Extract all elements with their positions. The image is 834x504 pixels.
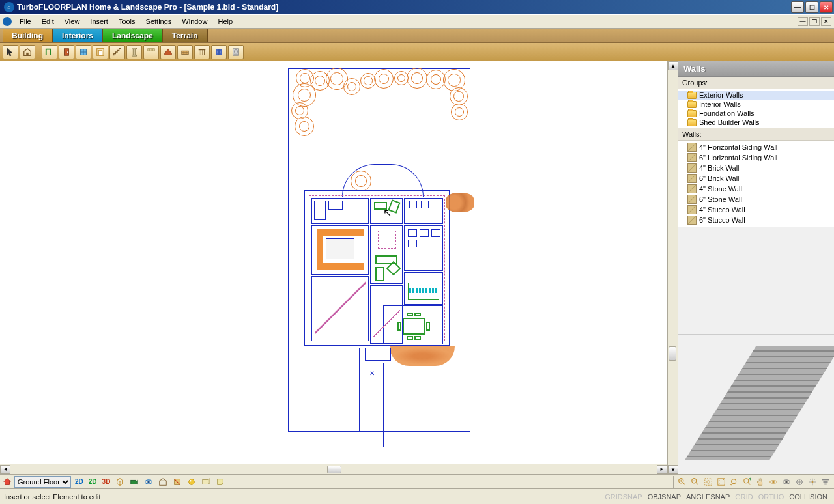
floor-selector[interactable]: Ground Floor: [14, 476, 71, 488]
tab-landscape[interactable]: Landscape: [103, 29, 163, 42]
menu-settings[interactable]: Settings: [141, 16, 177, 27]
status-opt-gridsnap[interactable]: GRIDSNAP: [602, 493, 644, 501]
openings-button[interactable]: [93, 45, 108, 59]
zoom-out-button[interactable]: [689, 476, 701, 488]
mdi-restore-button[interactable]: ❐: [809, 17, 820, 26]
horizontal-scrollbar[interactable]: ◄ ►: [0, 464, 667, 474]
wall-item[interactable]: 4" Brick Wall: [678, 163, 834, 173]
wall-item[interactable]: 4" Stone Wall: [678, 184, 834, 194]
appliances-button[interactable]: [228, 45, 244, 59]
svg-point-26: [218, 51, 218, 52]
wall-item[interactable]: 6" Stone Wall: [678, 194, 834, 204]
reset-view-button[interactable]: [807, 476, 818, 488]
menu-view[interactable]: View: [59, 16, 85, 27]
scroll-down-button[interactable]: ▼: [668, 465, 678, 474]
maximize-button[interactable]: ☐: [805, 1, 818, 13]
window-title: TurboFLOORPLAN Home & Landscape Pro - [S…: [17, 3, 791, 12]
menu-edit[interactable]: Edit: [36, 16, 59, 27]
walkthrough-button[interactable]: [143, 476, 154, 488]
look-around-button[interactable]: [794, 476, 805, 488]
wall-item[interactable]: 4" Horizontal Siding Wall: [678, 142, 834, 152]
2d-view-button[interactable]: 2D: [74, 477, 85, 486]
railings-button[interactable]: [194, 45, 210, 59]
tab-terrain[interactable]: Terrain: [163, 29, 208, 42]
columns-button[interactable]: [126, 45, 142, 59]
wall-item[interactable]: 6" Horizontal Siding Wall: [678, 152, 834, 163]
vrml-button[interactable]: [200, 476, 212, 488]
wall-item[interactable]: 6" Brick Wall: [678, 173, 834, 184]
zoom-previous-button[interactable]: [728, 476, 740, 488]
view-toolbar: Ground Floor 2D 2D 3D: [0, 474, 834, 488]
status-opt-collision[interactable]: COLLISION: [786, 493, 830, 501]
menu-window[interactable]: Window: [177, 16, 212, 27]
ceilings-button[interactable]: [143, 45, 159, 59]
walk-button[interactable]: [781, 476, 792, 488]
menu-tools[interactable]: Tools: [113, 16, 141, 27]
group-item[interactable]: Interior Walls: [678, 100, 834, 109]
stairs-button[interactable]: [109, 45, 125, 59]
svg-rect-9: [132, 48, 137, 49]
status-opt-ortho[interactable]: ORTHO: [756, 493, 787, 501]
scroll-right-button[interactable]: ►: [657, 465, 667, 474]
svg-point-37: [189, 479, 195, 484]
wall-icon: [687, 195, 697, 204]
cabinets-button[interactable]: [211, 45, 227, 59]
wall-icon: [687, 184, 697, 193]
house-wizard-button[interactable]: [20, 45, 35, 59]
pan-button[interactable]: [755, 476, 766, 488]
doors-button[interactable]: [59, 45, 74, 59]
status-opt-grid[interactable]: GRID: [732, 493, 756, 501]
3d-perspective-button[interactable]: [114, 476, 126, 488]
menu-help[interactable]: Help: [212, 16, 238, 27]
3d-view-button[interactable]: 3D: [101, 477, 112, 486]
catalog-panel: Walls Groups: Exterior WallsInterior Wal…: [678, 61, 834, 474]
scroll-left-button[interactable]: ◄: [0, 465, 10, 474]
wall-item[interactable]: 6" Stucco Wall: [678, 215, 834, 225]
status-opt-anglesnap[interactable]: ANGLESNAP: [683, 493, 732, 501]
walls-button[interactable]: [42, 45, 57, 59]
document-icon[interactable]: [3, 17, 12, 26]
zoom-realtime-button[interactable]: [741, 476, 753, 488]
select-tool-button[interactable]: [3, 45, 18, 59]
group-item[interactable]: Shed Builder Walls: [678, 118, 834, 127]
elevation-button[interactable]: [157, 476, 169, 488]
svg-rect-7: [98, 50, 102, 55]
view-filter-button[interactable]: [820, 476, 831, 488]
roofs-button[interactable]: [160, 45, 176, 59]
vertical-scrollbar[interactable]: ▲ ▼: [667, 61, 678, 474]
wall-item[interactable]: 4" Stucco Wall: [678, 204, 834, 215]
status-opt-objsnap[interactable]: OBJSNAP: [645, 493, 683, 501]
tab-interiors[interactable]: Interiors: [53, 29, 103, 42]
floors-button[interactable]: [177, 45, 193, 59]
camera-button[interactable]: [128, 476, 140, 488]
location-icon[interactable]: [3, 477, 12, 486]
cross-section-button[interactable]: [171, 476, 183, 488]
scroll-up-button[interactable]: ▲: [668, 61, 678, 70]
menu-file[interactable]: File: [14, 16, 36, 27]
close-button[interactable]: ✕: [820, 1, 833, 13]
minimize-button[interactable]: —: [791, 1, 804, 13]
drawing-canvas[interactable]: ✕ ↖: [0, 61, 667, 464]
svg-point-33: [148, 481, 151, 483]
group-item[interactable]: Exterior Walls: [678, 91, 834, 100]
mdi-close-button[interactable]: ✕: [821, 17, 831, 26]
svg-line-52: [748, 482, 751, 484]
tab-building[interactable]: Building: [3, 29, 53, 42]
windows-button[interactable]: [76, 45, 91, 59]
export-button[interactable]: [214, 476, 226, 488]
2d-designer-button[interactable]: 2D: [87, 477, 98, 486]
zoom-fit-button[interactable]: [715, 476, 727, 488]
zoom-window-button[interactable]: [702, 476, 714, 488]
orbit-button[interactable]: [768, 476, 779, 488]
svg-line-41: [683, 482, 685, 484]
zoom-in-button[interactable]: [676, 476, 688, 488]
svg-rect-39: [203, 479, 208, 484]
svg-rect-8: [133, 48, 136, 55]
svg-point-56: [785, 481, 788, 483]
group-item[interactable]: Foundation Walls: [678, 109, 834, 118]
groups-list: Exterior WallsInterior WallsFoundation W…: [678, 89, 834, 128]
mdi-minimize-button[interactable]: —: [798, 17, 808, 26]
menu-insert[interactable]: Insert: [85, 16, 113, 27]
render-button[interactable]: [186, 476, 197, 488]
wall-icon: [687, 143, 697, 152]
